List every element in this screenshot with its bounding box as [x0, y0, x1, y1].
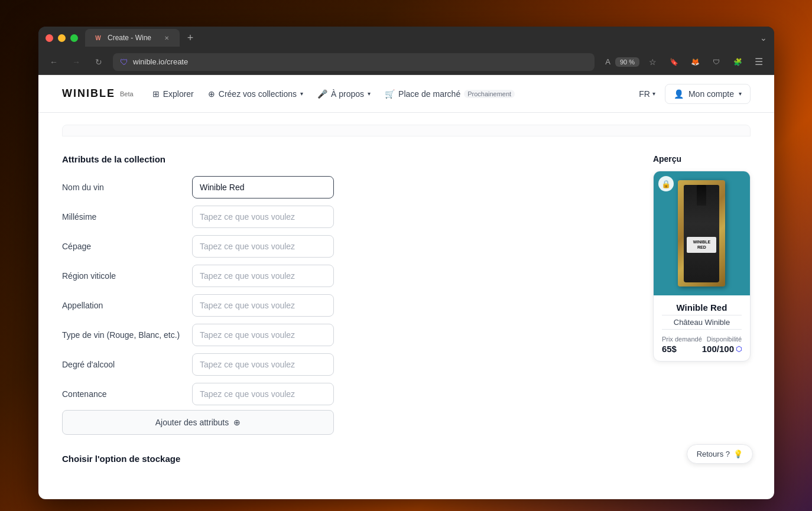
close-traffic-light[interactable] — [46, 34, 53, 42]
bottle-label-line1: WINIBLE — [688, 239, 715, 245]
bottle-label-line2: RED — [688, 245, 715, 250]
storage-section-title: Choisir l'option de stockage — [62, 454, 618, 464]
input-type-vin[interactable] — [192, 324, 334, 346]
reload-button[interactable]: ↻ — [90, 54, 107, 70]
availability-group: Disponibilité 100/100 ⬡ — [702, 336, 742, 354]
tab-bar: W Create - Wine ✕ + — [85, 29, 760, 47]
label-degre-alcool: Degré d'alcool — [62, 360, 180, 369]
account-button[interactable]: 👤 Mon compte ▾ — [665, 84, 751, 104]
form-row-nom-du-vin: Nom du vin — [62, 176, 618, 198]
address-bar: ← → ↻ 🛡 winible.io/create A 90 % ☆ 🔖 🦊 🛡… — [38, 49, 774, 75]
browser-actions: A 90 % ☆ 🔖 🦊 🛡 🧩 ☰ — [605, 54, 767, 70]
nav-collections[interactable]: ⊕ Créez vos collections ▾ — [208, 89, 303, 99]
preview-column: Aperçu 🔒 WINIBLE RED — [653, 136, 751, 362]
input-cepage[interactable] — [192, 235, 334, 258]
tab-title: Create - Wine — [108, 34, 151, 42]
attributes-section-title: Attributs de la collection — [62, 154, 618, 164]
maximize-traffic-light[interactable] — [70, 34, 78, 42]
form-grid: Nom du vin Millésime Cépage — [62, 176, 618, 405]
shield-icon: 🛡 — [120, 57, 128, 67]
url-bar[interactable]: 🛡 winible.io/create — [113, 53, 595, 71]
collections-icon: ⊕ — [208, 89, 215, 99]
nav-marketplace[interactable]: 🛒 Place de marché Prochainement — [385, 89, 515, 99]
extensions-button[interactable]: 🧩 — [729, 54, 746, 70]
pocket-button[interactable]: 🔖 — [665, 54, 682, 70]
add-attributes-button[interactable]: Ajouter des attributs ⊕ — [62, 410, 334, 435]
label-type-vin: Type de vin (Rouge, Blanc, etc.) — [62, 330, 180, 340]
wine-bottle-frame: WINIBLE RED — [678, 180, 725, 287]
form-column: Attributs de la collection Nom du vin Mi… — [62, 136, 618, 476]
tab-favicon: W — [93, 33, 103, 43]
lightbulb-icon: 💡 — [733, 450, 743, 458]
browser-window: W Create - Wine ✕ + ⌄ ← → ↻ 🛡 winible.io… — [38, 27, 774, 499]
input-appellation[interactable] — [192, 294, 334, 317]
retours-label: Retours ? — [697, 450, 730, 458]
minimize-traffic-light[interactable] — [58, 34, 66, 42]
apropos-label: À propos — [331, 89, 364, 99]
label-cepage: Cépage — [62, 242, 180, 251]
input-region[interactable] — [192, 265, 334, 287]
form-row-type-vin: Type de vin (Rouge, Blanc, etc.) — [62, 324, 618, 346]
browser-menu-button[interactable]: ⌄ — [760, 33, 767, 43]
logo-beta: Beta — [120, 90, 134, 97]
form-row-contenance: Contenance — [62, 383, 618, 405]
bookmark-button[interactable]: ☆ — [644, 54, 661, 70]
content-wrapper: Attributs de la collection Nom du vin Mi… — [38, 136, 774, 476]
marketplace-label: Place de marché — [398, 89, 460, 99]
titlebar: W Create - Wine ✕ + ⌄ — [38, 27, 774, 49]
availability-icon: ⬡ — [736, 345, 742, 353]
form-row-cepage: Cépage — [62, 235, 618, 258]
input-nom-du-vin[interactable] — [192, 176, 334, 198]
active-tab[interactable]: W Create - Wine ✕ — [85, 29, 180, 47]
tab-close-button[interactable]: ✕ — [162, 33, 171, 43]
wine-card-image: 🔒 WINIBLE RED — [654, 171, 750, 295]
nav-right: FR ▾ 👤 Mon compte ▾ — [639, 84, 751, 104]
page-content: WINIBLE Beta ⊞ Explorer ⊕ Créez vos coll… — [38, 75, 774, 499]
back-button[interactable]: ← — [46, 54, 62, 70]
apropos-chevron: ▾ — [368, 90, 371, 97]
label-millesime: Millésime — [62, 212, 180, 222]
nav-apropos[interactable]: 🎤 À propos ▾ — [317, 89, 371, 99]
preview-title: Aperçu — [653, 154, 751, 164]
label-appellation: Appellation — [62, 301, 180, 310]
label-nom-du-vin: Nom du vin — [62, 183, 180, 192]
label-contenance: Contenance — [62, 389, 180, 399]
lang-label: FR — [639, 89, 650, 99]
translate-badge[interactable]: 90 % — [615, 57, 639, 67]
new-tab-button[interactable]: + — [182, 30, 199, 46]
logo[interactable]: WINIBLE Beta — [62, 87, 134, 100]
language-button[interactable]: FR ▾ — [639, 89, 655, 99]
form-row-appellation: Appellation — [62, 294, 618, 317]
translate-icon: A — [605, 57, 610, 66]
menu-button[interactable]: ☰ — [751, 54, 767, 70]
account-chevron: ▾ — [739, 90, 742, 97]
nav-links: ⊞ Explorer ⊕ Créez vos collections ▾ 🎤 À… — [152, 89, 621, 99]
apropos-icon: 🎤 — [317, 89, 327, 99]
logo-text: WINIBLE — [62, 87, 115, 100]
add-attr-label: Ajouter des attributs — [155, 418, 229, 427]
url-text: winible.io/create — [133, 57, 188, 66]
shield-button[interactable]: 🛡 — [708, 54, 725, 70]
availability-value: 100/100 ⬡ — [702, 344, 742, 354]
input-millesime[interactable] — [192, 206, 334, 228]
metamask-button[interactable]: 🦊 — [687, 54, 703, 70]
retours-button[interactable]: Retours ? 💡 — [687, 444, 753, 464]
two-column-layout: Attributs de la collection Nom du vin Mi… — [62, 136, 751, 476]
collections-label: Créez vos collections — [219, 89, 297, 99]
marketplace-badge: Prochainement — [464, 90, 515, 98]
forward-button[interactable]: → — [68, 54, 85, 70]
wine-name: Winible Red — [662, 302, 742, 313]
wine-bottle-neck — [697, 185, 706, 206]
account-label: Mon compte — [688, 89, 734, 99]
nav-explorer[interactable]: ⊞ Explorer — [152, 89, 194, 99]
wine-bottle-label: WINIBLE RED — [687, 237, 716, 252]
wine-meta: Prix demandé 65$ Disponibilité 100/100 ⬡ — [662, 336, 742, 354]
explorer-icon: ⊞ — [152, 89, 160, 99]
site-nav: WINIBLE Beta ⊞ Explorer ⊕ Créez vos coll… — [38, 75, 774, 113]
input-contenance[interactable] — [192, 383, 334, 405]
form-row-degre-alcool: Degré d'alcool — [62, 353, 618, 376]
price-label: Prix demandé — [662, 336, 702, 343]
input-degre-alcool[interactable] — [192, 353, 334, 376]
form-row-region: Région viticole — [62, 265, 618, 287]
price-value: 65$ — [662, 344, 702, 354]
